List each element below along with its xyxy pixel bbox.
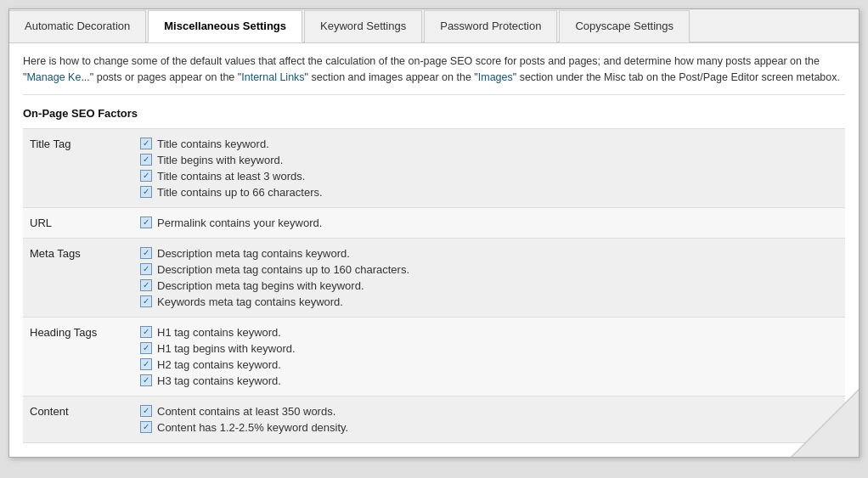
checkbox-icon[interactable] [140,405,152,417]
table-row: Meta TagsDescription meta tag contains k… [23,238,845,317]
check-label: Keywords meta tag contains keyword. [157,295,343,308]
checkbox-icon[interactable] [140,263,152,275]
checkbox-icon[interactable] [140,138,152,149]
check-label: Content has 1.2-2.5% keyword density. [157,421,348,434]
check-item[interactable]: Description meta tag contains keyword. [140,247,838,260]
checkbox-icon[interactable] [140,295,152,307]
check-item[interactable]: Title begins with keyword. [140,154,838,166]
check-item[interactable]: Content has 1.2-2.5% keyword density. [140,421,838,434]
table-row: Heading TagsH1 tag contains keyword.H1 t… [23,317,845,396]
section-title: On-Page SEO Factors [23,107,845,120]
check-item[interactable]: Title contains keyword. [140,138,838,150]
check-item[interactable]: Content contains at least 350 words. [140,405,838,418]
row-label: URL [23,207,133,238]
check-item[interactable]: Description meta tag contains up to 160 … [140,263,838,276]
table-row: Title TagTitle contains keyword.Title be… [23,128,845,207]
check-label: Description meta tag contains up to 160 … [157,263,409,276]
row-label: Meta Tags [23,238,133,317]
checkbox-icon[interactable] [140,247,152,259]
checkbox-icon[interactable] [140,374,152,386]
tab-password-protection[interactable]: Password Protection [424,10,557,42]
check-item[interactable]: Title contains at least 3 words. [140,170,838,183]
checkbox-icon[interactable] [140,358,152,370]
check-item[interactable]: H2 tag contains keyword. [140,358,838,371]
table-row: URLPermalink contains your keyword. [23,207,845,238]
row-label: Content [23,396,133,442]
check-label: H3 tag contains keyword. [157,374,281,387]
check-label: H1 tag contains keyword. [157,326,281,339]
row-checks: Content contains at least 350 words.Cont… [133,396,845,442]
checkbox-icon[interactable] [140,186,152,198]
main-window: Automatic Decoration Miscellaneous Setti… [8,8,860,458]
check-item[interactable]: Description meta tag begins with keyword… [140,279,838,292]
row-checks: Title contains keyword.Title begins with… [133,128,845,207]
check-item[interactable]: H1 tag begins with keyword. [140,342,838,355]
tab-miscellaneous-settings[interactable]: Miscellaneous Settings [148,10,302,42]
tab-bar: Automatic Decoration Miscellaneous Setti… [9,9,859,43]
check-label: Description meta tag contains keyword. [157,247,350,260]
tab-keyword-settings[interactable]: Keyword Settings [304,10,422,42]
check-item[interactable]: Keywords meta tag contains keyword. [140,295,838,308]
checkbox-icon[interactable] [140,279,152,291]
check-item[interactable]: Permalink contains your keyword. [140,217,838,229]
table-row: ContentContent contains at least 350 wor… [23,396,845,442]
row-label: Heading Tags [23,317,133,396]
row-label: Title Tag [23,128,133,207]
row-checks: Description meta tag contains keyword.De… [133,238,845,317]
check-label: Content contains at least 350 words. [157,405,335,418]
row-checks: H1 tag contains keyword.H1 tag begins wi… [133,317,845,396]
checkbox-icon[interactable] [140,342,152,354]
check-item[interactable]: H1 tag contains keyword. [140,326,838,339]
row-checks: Permalink contains your keyword. [133,207,845,238]
tab-copyscape-settings[interactable]: Copyscape Settings [559,10,690,42]
checkbox-icon[interactable] [140,154,152,166]
check-label: Permalink contains your keyword. [157,217,322,229]
description-text: Here is how to change some of the defaul… [23,53,845,95]
checkbox-icon[interactable] [140,326,152,338]
tab-content: Here is how to change some of the defaul… [9,43,859,457]
checkbox-icon[interactable] [140,170,152,182]
check-label: Title contains keyword. [157,138,269,150]
check-label: H2 tag contains keyword. [157,358,281,371]
tab-automatic-decoration[interactable]: Automatic Decoration [9,10,146,42]
check-item[interactable]: Title contains up to 66 characters. [140,186,838,199]
check-label: H1 tag begins with keyword. [157,342,296,355]
check-label: Description meta tag begins with keyword… [157,279,364,292]
check-label: Title contains up to 66 characters. [157,186,323,199]
check-item[interactable]: H3 tag contains keyword. [140,374,838,387]
seo-factors-table: Title TagTitle contains keyword.Title be… [23,128,845,443]
checkbox-icon[interactable] [140,421,152,433]
check-label: Title begins with keyword. [157,154,283,166]
checkbox-icon[interactable] [140,217,152,228]
check-label: Title contains at least 3 words. [157,170,305,183]
